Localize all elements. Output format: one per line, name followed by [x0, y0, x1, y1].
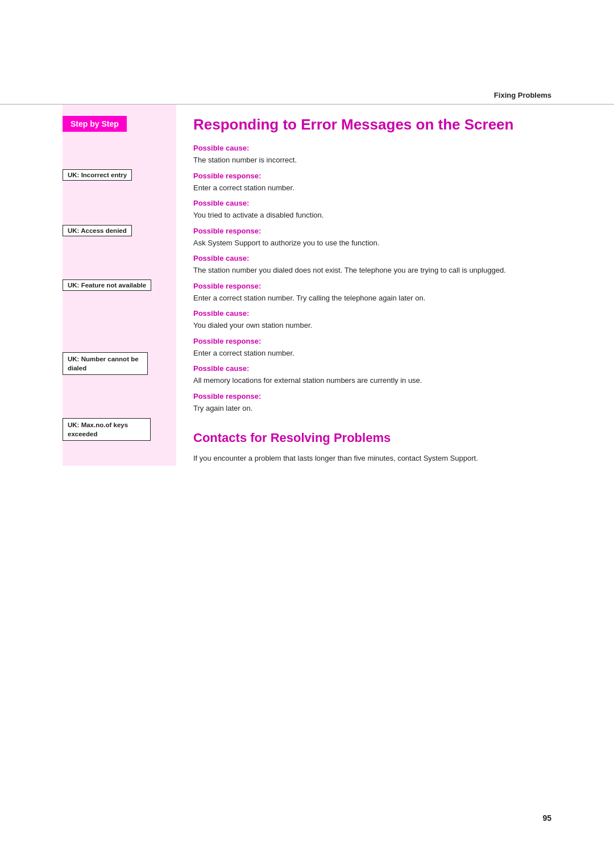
page-number: 95	[542, 813, 551, 823]
cause-label-1: Possible cause:	[193, 144, 551, 152]
cause-label-4: Possible cause:	[193, 309, 551, 318]
label-feature-not-available-wrapper: UK: Feature not available	[63, 277, 176, 293]
label-access-denied-wrapper: UK: Access denied	[63, 223, 176, 239]
error-entry-5: Possible cause: All memory locations for…	[193, 364, 551, 414]
header-title: Fixing Problems	[494, 91, 551, 99]
error-entry-1: Possible cause: The station number is in…	[193, 144, 551, 193]
label-incorrect-entry: UK: Incorrect entry	[63, 169, 132, 181]
error-entry-2: Possible cause: You tried to activate a …	[193, 199, 551, 248]
response-text-5: Try again later on.	[193, 403, 551, 414]
cause-text-3: The station number you dialed does not e…	[193, 265, 551, 276]
contacts-section: Contacts for Resolving Problems If you e…	[193, 431, 551, 464]
page-container: Fixing Problems Step by Step UK: Incorre…	[0, 0, 614, 868]
response-label-3: Possible response:	[193, 282, 551, 290]
left-column: Step by Step UK: Incorrect entry UK: Acc…	[63, 105, 176, 466]
response-text-1: Enter a correct station number.	[193, 182, 551, 194]
error-entry-3: Possible cause: The station number you d…	[193, 254, 551, 303]
cause-text-4: You dialed your own station number.	[193, 320, 551, 331]
response-label-1: Possible response:	[193, 172, 551, 180]
label-number-cannot-be-dialed: UK: Number cannot be dialed	[63, 352, 148, 375]
banner-wrapper: Step by Step	[63, 116, 176, 132]
label-number-cannot-be-dialed-wrapper: UK: Number cannot be dialed	[63, 350, 176, 377]
response-text-3: Enter a correct station number. Try call…	[193, 293, 551, 304]
response-text-2: Ask System Support to authorize you to u…	[193, 237, 551, 249]
main-layout: Step by Step UK: Incorrect entry UK: Acc…	[0, 105, 614, 466]
error-entry-4: Possible cause: You dialed your own stat…	[193, 309, 551, 358]
header-area: Fixing Problems	[0, 0, 614, 105]
page-main-title: Responding to Error Messages on the Scre…	[193, 116, 551, 133]
label-incorrect-entry-wrapper: UK: Incorrect entry	[63, 167, 176, 183]
response-label-2: Possible response:	[193, 227, 551, 235]
cause-label-5: Possible cause:	[193, 364, 551, 373]
label-max-keys-exceeded-wrapper: UK: Max.no.of keys exceeded	[63, 416, 176, 443]
cause-text-1: The station number is incorrect.	[193, 155, 551, 166]
label-max-keys-exceeded: UK: Max.no.of keys exceeded	[63, 418, 151, 441]
cause-label-2: Possible cause:	[193, 199, 551, 207]
label-feature-not-available: UK: Feature not available	[63, 279, 151, 291]
response-label-5: Possible response:	[193, 392, 551, 400]
response-text-4: Enter a correct station number.	[193, 348, 551, 359]
cause-text-5: All memory locations for external statio…	[193, 375, 551, 386]
step-by-step-banner: Step by Step	[63, 116, 127, 132]
label-access-denied: UK: Access denied	[63, 225, 132, 236]
right-column: Responding to Error Messages on the Scre…	[176, 105, 551, 466]
response-label-4: Possible response:	[193, 337, 551, 345]
contacts-body: If you encounter a problem that lasts lo…	[193, 453, 551, 464]
contacts-title: Contacts for Resolving Problems	[193, 431, 551, 445]
cause-text-2: You tried to activate a disabled functio…	[193, 210, 551, 221]
cause-label-3: Possible cause:	[193, 254, 551, 262]
